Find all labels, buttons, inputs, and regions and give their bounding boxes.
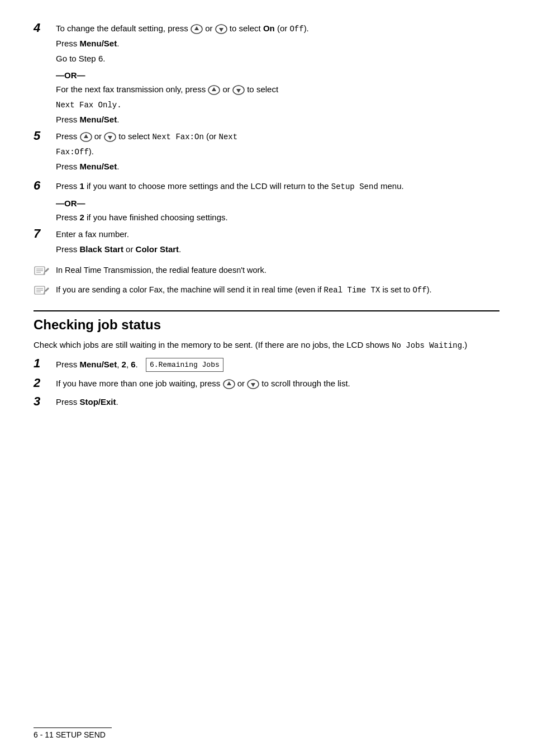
note-pencil-icon-1	[34, 266, 49, 278]
svg-marker-3	[219, 28, 223, 32]
svg-marker-9	[84, 134, 88, 138]
sub-step-1-content: Press Menu/Set, 2, 6. 6.Remaining Jobs	[56, 358, 499, 375]
note-2-text: If you are sending a color Fax, the mach…	[56, 284, 499, 296]
sub-step-3-block: 3 Press Stop/Exit.	[34, 396, 499, 411]
footer: 6 - 11 SETUP SEND	[34, 727, 112, 739]
note-pencil-icon-2	[34, 285, 49, 297]
down-arrow-icon	[215, 24, 227, 34]
sub-step-2-block: 2 If you have more than one job waiting,…	[34, 377, 499, 393]
step-6-or-content: Press 2 if you have finished choosing se…	[56, 211, 499, 224]
up-arrow-icon-3	[80, 132, 92, 142]
down-arrow-icon-2	[232, 85, 245, 95]
sub-step-2-content: If you have more than one job waiting, p…	[56, 377, 499, 393]
step-5-line1: Press or to select Next Fax:On (or Next	[56, 130, 499, 143]
sub-step-1-number: 1	[34, 356, 56, 371]
or-text-3: or	[94, 131, 104, 141]
step-7-line1: Enter a fax number.	[56, 228, 499, 241]
sub-step-1-block: 1 Press Menu/Set, 2, 6. 6.Remaining Jobs	[34, 358, 499, 375]
step-5-block: 5 Press or to select Next Fax:On (or Nex…	[34, 130, 499, 176]
step-7-content: Enter a fax number. Press Black Start or…	[56, 228, 499, 258]
step-5-content: Press or to select Next Fax:On (or Next …	[56, 130, 499, 176]
sub-step-3-content: Press Stop/Exit.	[56, 396, 499, 411]
step-6-or-line: Press 2 if you have finished choosing se…	[56, 211, 499, 224]
step-4-menuset1: Press Menu/Set.	[56, 37, 499, 50]
step-6-number: 6	[34, 178, 56, 193]
section-header: Checking job status	[34, 310, 499, 333]
step-4-line1: To change the default setting, press or …	[56, 22, 499, 35]
footer-divider	[34, 727, 112, 728]
or-text-2: or	[223, 84, 233, 94]
sub-step-3-text: Press Stop/Exit.	[56, 396, 499, 409]
step-4-content: To change the default setting, press or …	[56, 22, 499, 67]
step-5-next-fax-off-start: Next	[219, 133, 238, 141]
step-5-next-fax-on: Next Fax:On	[152, 133, 203, 141]
section-intro: Check which jobs are still waiting in th…	[34, 338, 499, 352]
step-4-goto: Go to Step 6.	[56, 53, 499, 65]
footer-text: 6 - 11 SETUP SEND	[34, 730, 106, 739]
down-arrow-icon-3	[104, 132, 116, 142]
step-4-number: 4	[34, 21, 56, 35]
step-6-block: 6 Press 1 if you want to choose more set…	[34, 180, 499, 195]
svg-marker-22	[45, 287, 49, 292]
note-1-icon	[34, 266, 56, 280]
svg-marker-11	[108, 136, 112, 140]
step-4-or-next-fax: Next Fax Only.	[56, 98, 499, 111]
svg-marker-27	[251, 383, 255, 387]
svg-marker-7	[236, 89, 241, 93]
step-4-or-menuset: Press Menu/Set.	[56, 114, 499, 126]
step-5-number: 5	[34, 129, 56, 143]
note-2-icon	[34, 285, 56, 299]
sub-step-2-number: 2	[34, 376, 56, 390]
step-7-block: 7 Enter a fax number. Press Black Start …	[34, 228, 499, 258]
page: 4 To change the default setting, press o…	[0, 0, 533, 756]
up-arrow-icon-2	[208, 85, 220, 95]
step-4-or-content: For the next fax transmission only, pres…	[56, 83, 499, 126]
note-1-text: In Real Time Transmission, the redial fe…	[56, 264, 499, 277]
step-6-line1: Press 1 if you want to choose more setti…	[56, 180, 499, 193]
svg-marker-1	[194, 26, 199, 30]
step-7-number: 7	[34, 226, 56, 241]
down-arrow-icon-4	[247, 379, 259, 389]
or-text-sub: or	[237, 379, 248, 388]
lcd-badge: 6.Remaining Jobs	[146, 358, 223, 372]
up-arrow-icon	[191, 24, 203, 34]
step-4-on: On	[263, 23, 275, 33]
svg-marker-5	[212, 87, 216, 91]
or-text-1: or	[205, 23, 215, 33]
or-divider-2: —OR—	[56, 199, 499, 208]
sub-step-3-number: 3	[34, 394, 56, 409]
sub-step-2-text: If you have more than one job waiting, p…	[56, 377, 499, 390]
note-2-block: If you are sending a color Fax, the mach…	[34, 284, 499, 299]
step-4-off: Off	[289, 25, 303, 34]
step-6-content: Press 1 if you want to choose more setti…	[56, 180, 499, 195]
step-4-or-line1: For the next fax transmission only, pres…	[56, 83, 499, 96]
step-7-line2: Press Black Start or Color Start.	[56, 243, 499, 256]
up-arrow-icon-4	[223, 379, 235, 389]
sub-step-1-text: Press Menu/Set, 2, 6. 6.Remaining Jobs	[56, 358, 499, 372]
step-5-menuset: Press Menu/Set.	[56, 160, 499, 173]
step-5-line2: Fax:Off).	[56, 145, 499, 158]
svg-marker-16	[45, 268, 49, 272]
section-title: Checking job status	[34, 317, 499, 333]
svg-marker-25	[227, 381, 231, 385]
note-1-block: In Real Time Transmission, the redial fe…	[34, 264, 499, 280]
step-4-block: 4 To change the default setting, press o…	[34, 22, 499, 67]
or-divider-1: —OR—	[56, 70, 499, 80]
